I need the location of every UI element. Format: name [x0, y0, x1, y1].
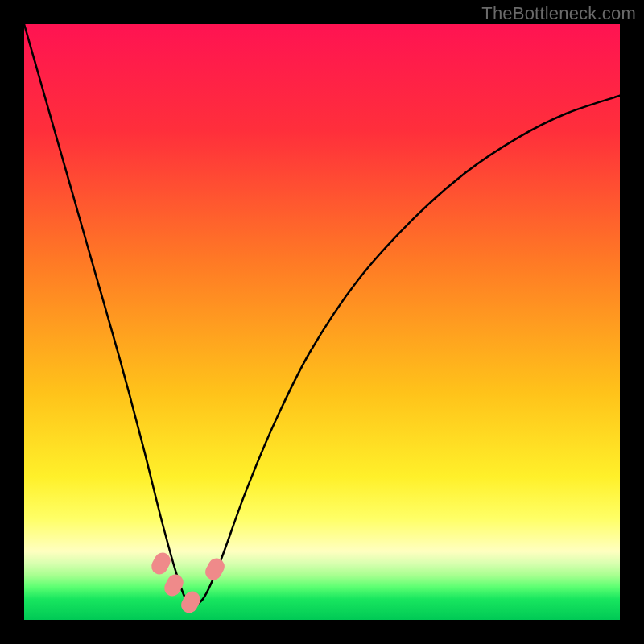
watermark-text: TheBottleneck.com	[481, 3, 636, 24]
plot-area	[24, 24, 620, 620]
v-curve	[24, 24, 620, 620]
outer-frame: TheBottleneck.com	[0, 0, 644, 644]
